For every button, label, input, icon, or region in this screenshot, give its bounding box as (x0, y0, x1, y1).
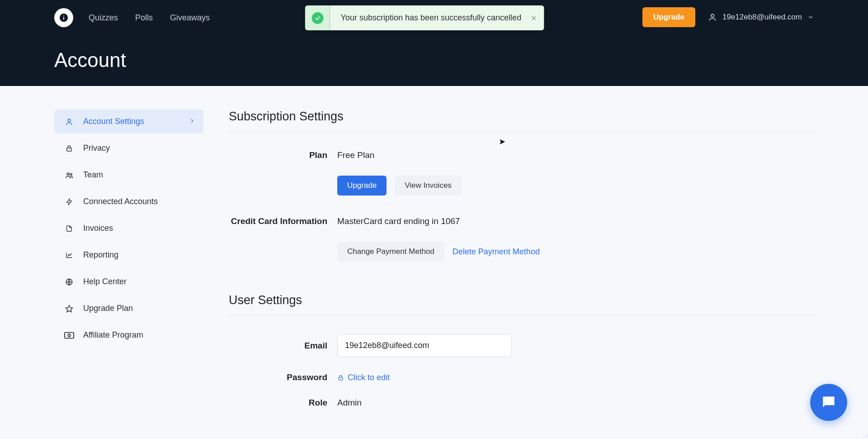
toast-message: Your subscription has been successfully … (341, 13, 522, 23)
sidebar-item-help-center[interactable]: Help Center (54, 270, 203, 294)
sidebar-item-label: Help Center (83, 277, 127, 286)
svg-point-1 (68, 119, 71, 122)
edit-password-text: Click to edit (348, 373, 390, 382)
sidebar-item-team[interactable]: Team (54, 163, 203, 187)
toast-success: Your subscription has been successfully … (305, 5, 544, 30)
sidebar-item-label: Connected Accounts (83, 197, 158, 206)
edit-password-link[interactable]: Click to edit (337, 373, 390, 382)
svg-rect-10 (339, 377, 343, 380)
check-circle-icon (305, 5, 330, 30)
settings-sidebar: Account Settings Privacy Team Connected … (54, 110, 203, 423)
view-invoices-button[interactable]: View Invoices (395, 176, 462, 196)
star-icon (64, 305, 74, 313)
sidebar-item-label: Affiliate Program (83, 330, 143, 340)
chat-launcher[interactable] (810, 384, 847, 421)
lock-icon (64, 144, 74, 153)
chat-icon (820, 394, 837, 411)
role-label: Role (229, 398, 337, 408)
svg-point-0 (711, 14, 714, 17)
file-icon (64, 224, 74, 233)
email-input[interactable] (337, 334, 512, 357)
plan-upgrade-button[interactable]: Upgrade (337, 176, 387, 196)
svg-point-4 (70, 173, 72, 175)
chevron-right-icon (189, 117, 195, 126)
credit-card-value: MasterCard card ending in 1067 (337, 216, 460, 226)
svg-rect-2 (67, 148, 72, 151)
user-icon (64, 118, 74, 126)
plan-value: Free Plan (337, 150, 374, 160)
svg-point-9 (68, 334, 71, 337)
sidebar-item-affiliate-program[interactable]: Affiliate Program (54, 323, 203, 347)
delete-payment-link[interactable]: Delete Payment Method (453, 247, 540, 257)
sidebar-item-label: Invoices (83, 224, 113, 233)
sidebar-item-account-settings[interactable]: Account Settings (54, 110, 203, 134)
lock-icon (337, 374, 344, 381)
nav-quizzes[interactable]: Quizzes (89, 13, 118, 23)
sidebar-item-label: Team (83, 170, 103, 180)
sidebar-item-invoices[interactable]: Invoices (54, 216, 203, 240)
user-icon (708, 13, 717, 22)
app-logo[interactable] (54, 8, 73, 27)
bolt-icon (64, 198, 74, 206)
money-icon (64, 332, 74, 339)
toast-close-button[interactable]: ✕ (531, 14, 537, 22)
email-label: Email (229, 341, 337, 351)
role-value: Admin (337, 398, 362, 408)
page-title: Account (54, 35, 814, 72)
svg-marker-7 (66, 305, 73, 312)
change-payment-button[interactable]: Change Payment Method (337, 242, 444, 262)
sidebar-item-upgrade-plan[interactable]: Upgrade Plan (54, 296, 203, 320)
user-settings-heading: User Settings (229, 293, 814, 316)
sidebar-item-label: Reporting (83, 250, 118, 260)
password-label: Password (229, 372, 337, 382)
plan-label: Plan (229, 150, 337, 160)
credit-card-label: Credit Card Information (229, 216, 337, 226)
sidebar-item-connected-accounts[interactable]: Connected Accounts (54, 190, 203, 214)
subscription-settings-heading: Subscription Settings (229, 110, 814, 132)
globe-icon (64, 278, 74, 286)
sidebar-item-label: Privacy (83, 143, 110, 153)
sidebar-item-label: Upgrade Plan (83, 304, 133, 313)
nav-polls[interactable]: Polls (135, 13, 153, 23)
svg-point-3 (67, 173, 69, 175)
upgrade-button[interactable]: Upgrade (642, 7, 695, 27)
chart-icon (64, 251, 74, 259)
nav-giveaways[interactable]: Giveaways (170, 13, 210, 23)
team-icon (64, 171, 74, 180)
sidebar-item-label: Account Settings (83, 117, 144, 126)
main-content: Subscription Settings Plan Free Plan Upg… (229, 110, 814, 423)
chevron-down-icon (807, 14, 814, 20)
sidebar-item-reporting[interactable]: Reporting (54, 243, 203, 267)
main-nav: Quizzes Polls Giveaways (89, 13, 210, 23)
sidebar-item-privacy[interactable]: Privacy (54, 136, 203, 160)
svg-rect-8 (65, 332, 74, 338)
user-email: 19e12eb8@uifeed.com (722, 13, 802, 22)
resize-grip-icon: ⋰ (863, 435, 867, 438)
svg-marker-5 (67, 199, 72, 205)
user-menu[interactable]: 19e12eb8@uifeed.com (708, 13, 814, 22)
